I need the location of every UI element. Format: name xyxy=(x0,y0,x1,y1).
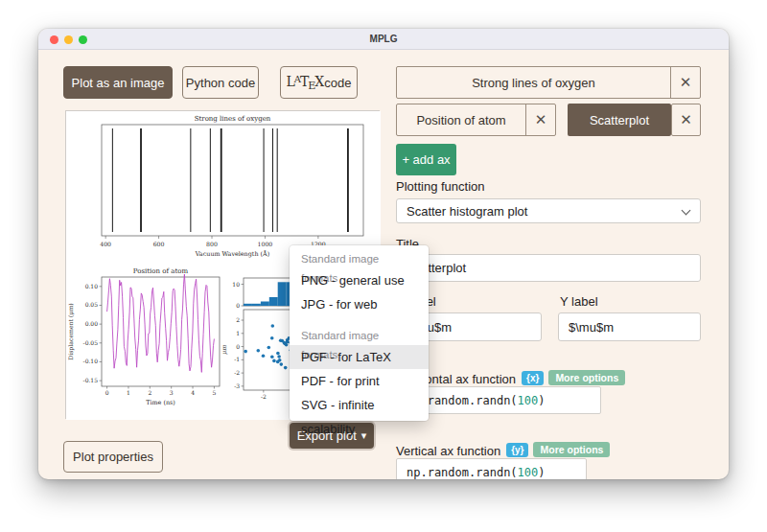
latex-code-suffix: code xyxy=(324,76,351,90)
y-label-value: $\mu$m xyxy=(569,320,614,335)
export-menu: Standard image formatsPNG - general useJ… xyxy=(290,245,429,421)
menu-item-pgf[interactable]: PGF - for LaTeX xyxy=(290,345,429,369)
svg-text:-0.10: -0.10 xyxy=(83,358,99,364)
tab-label[interactable]: Position of atom xyxy=(397,104,525,135)
svg-text:2: 2 xyxy=(236,316,240,323)
window-title: MPLG xyxy=(370,34,398,44)
close-tab-scatterplot-icon[interactable]: ✕ xyxy=(671,104,701,136)
svg-text:0.10: 0.10 xyxy=(85,283,99,289)
app-window: MPLG Plot as an image Python code LATEX … xyxy=(38,29,729,479)
vertical-ax-code-input[interactable]: np.random.randn(100) xyxy=(396,458,587,479)
y-variable-badge: {y} xyxy=(506,443,528,457)
svg-text:-2: -2 xyxy=(234,369,240,376)
plotting-function-select[interactable]: Scatter histogram plot xyxy=(396,198,701,223)
menu-item-svg[interactable]: SVG - infinite scalability xyxy=(290,393,429,417)
svg-text:Vacuum Wavelength (Å): Vacuum Wavelength (Å) xyxy=(195,250,269,258)
svg-text:1: 1 xyxy=(127,389,130,396)
svg-text:400: 400 xyxy=(100,241,111,247)
screen: MPLG Plot as an image Python code LATEX … xyxy=(0,0,767,532)
plotting-function-value: Scatter histogram plot xyxy=(407,204,527,219)
menu-section-gap xyxy=(290,316,429,326)
tab-label[interactable]: Strong lines of oxygen xyxy=(397,67,670,98)
svg-text:-3: -3 xyxy=(234,382,240,389)
menu-section-header: Standard image formats xyxy=(290,326,429,345)
plotting-function-label: Plotting function xyxy=(396,179,485,194)
window-controls xyxy=(50,29,87,50)
titlebar: MPLG xyxy=(38,29,729,50)
svg-text:-0.05: -0.05 xyxy=(83,339,99,346)
svg-text:0: 0 xyxy=(236,302,240,309)
svg-text:600: 600 xyxy=(153,241,165,247)
svg-text:Strong lines of oxygen: Strong lines of oxygen xyxy=(195,115,271,123)
title-input[interactable]: Scatterplot xyxy=(396,254,701,282)
x-variable-badge: {x} xyxy=(522,371,544,385)
python-code-button[interactable]: Python code xyxy=(182,66,259,99)
svg-text:-0.15: -0.15 xyxy=(83,377,99,383)
close-tab-icon[interactable]: ✕ xyxy=(525,104,555,135)
y-label-label: Y label xyxy=(560,294,598,309)
plot-as-image-button[interactable]: Plot as an image xyxy=(63,66,173,99)
svg-text:10: 10 xyxy=(232,281,240,288)
close-button[interactable] xyxy=(50,35,58,44)
plot-properties-button[interactable]: Plot properties xyxy=(63,441,163,473)
tab-position-of-atom[interactable]: Position of atom ✕ xyxy=(396,104,556,136)
caret-down-icon: ▾ xyxy=(361,429,367,442)
svg-text:-2: -2 xyxy=(261,393,267,400)
latex-code-button[interactable]: LATEX code xyxy=(280,66,358,99)
code-number: 100 xyxy=(518,394,539,407)
latex-logo: LATEX xyxy=(286,74,324,92)
svg-text:0: 0 xyxy=(236,343,240,350)
more-options-button[interactable]: More options xyxy=(548,370,625,385)
svg-text:Displacement (μm): Displacement (μm) xyxy=(67,303,75,360)
svg-text:μm: μm xyxy=(221,345,228,355)
more-options-button[interactable]: More options xyxy=(533,442,610,457)
svg-text:2: 2 xyxy=(148,389,151,396)
svg-text:1: 1 xyxy=(236,330,240,336)
code-text: np.random.randn( xyxy=(407,466,518,479)
svg-text:-1: -1 xyxy=(234,356,240,362)
y-label-input[interactable]: $\mu$m xyxy=(558,312,701,341)
svg-text:1000: 1000 xyxy=(258,241,273,247)
zoom-button[interactable] xyxy=(79,35,87,44)
vertical-ax-label: Vertical ax function xyxy=(396,444,500,458)
code-text: ) xyxy=(538,466,545,479)
menu-item-png[interactable]: PNG - general use xyxy=(290,268,429,292)
svg-text:Time (ns): Time (ns) xyxy=(146,399,175,406)
chevron-down-icon xyxy=(683,207,690,215)
close-tab-icon[interactable]: ✕ xyxy=(670,67,700,98)
svg-text:5: 5 xyxy=(212,389,216,396)
svg-text:Position of atom: Position of atom xyxy=(133,267,189,275)
menu-item-pdf[interactable]: PDF - for print xyxy=(290,369,429,393)
svg-text:800: 800 xyxy=(206,241,218,247)
minimize-button[interactable] xyxy=(64,35,73,44)
svg-text:0.00: 0.00 xyxy=(85,320,99,327)
svg-text:4: 4 xyxy=(191,389,195,396)
vertical-ax-row: Vertical ax function{y}More options xyxy=(396,442,610,458)
svg-text:0: 0 xyxy=(105,389,109,396)
tab-scatterplot[interactable]: Scatterplot xyxy=(568,104,671,136)
horizontal-ax-row: Horizontal ax function{x}More options xyxy=(396,370,625,386)
add-ax-button[interactable]: + add ax xyxy=(396,144,456,175)
code-text: ) xyxy=(538,394,545,407)
svg-text:0.05: 0.05 xyxy=(85,301,99,308)
tab-strong-lines-of-oxygen[interactable]: Strong lines of oxygen ✕ xyxy=(396,66,701,99)
menu-section-header: Standard image formats xyxy=(290,249,429,268)
code-number: 100 xyxy=(518,466,539,479)
menu-item-jpg[interactable]: JPG - for web xyxy=(290,292,429,316)
svg-text:3: 3 xyxy=(170,389,174,396)
